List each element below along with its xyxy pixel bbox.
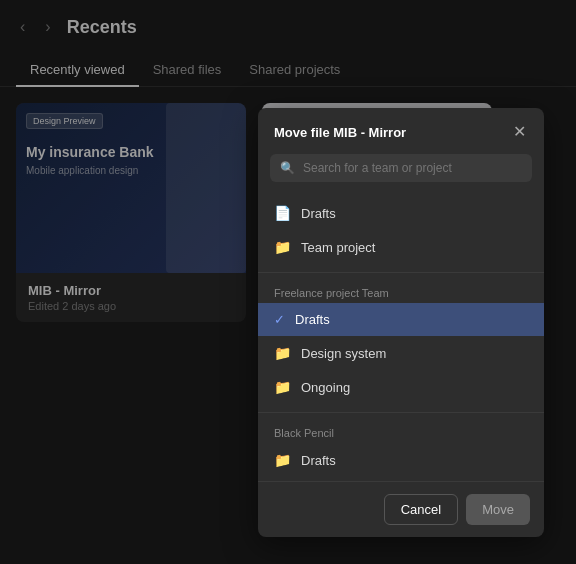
modal-item-label: Team project: [301, 240, 375, 255]
modal-item-team-project[interactable]: 📁 Team project: [258, 230, 544, 264]
modal-header: Move file MIB - Mirror ✕: [258, 108, 544, 154]
cancel-button[interactable]: Cancel: [384, 494, 458, 525]
search-icon: 🔍: [280, 161, 295, 175]
modal-divider-2: [258, 412, 544, 413]
modal-close-button[interactable]: ✕: [511, 122, 528, 142]
modal-section-freelance: Freelance project Team ✓ Drafts 📁 Design…: [258, 277, 544, 408]
modal-search-bar[interactable]: 🔍: [270, 154, 532, 182]
modal-top-section: 📄 Drafts 📁 Team project: [258, 192, 544, 268]
section-label-black-pencil: Black Pencil: [258, 421, 544, 443]
modal-item-label: Design system: [301, 346, 386, 361]
move-file-modal: Move file MIB - Mirror ✕ 🔍 📄 Drafts 📁 Te…: [258, 108, 544, 537]
search-input[interactable]: [303, 161, 522, 175]
modal-title: Move file MIB - Mirror: [274, 125, 406, 140]
modal-item-ongoing[interactable]: 📁 Ongoing: [258, 370, 544, 404]
modal-item-label: Drafts: [301, 206, 336, 221]
modal-item-design-system[interactable]: 📁 Design system: [258, 336, 544, 370]
modal-item-drafts-black[interactable]: 📁 Drafts: [258, 443, 544, 477]
section-label-freelance: Freelance project Team: [258, 281, 544, 303]
modal-item-drafts-freelance[interactable]: ✓ Drafts: [258, 303, 544, 336]
modal-item-drafts-top[interactable]: 📄 Drafts: [258, 196, 544, 230]
folder-icon: 📁: [274, 379, 291, 395]
modal-item-label: Drafts: [301, 453, 336, 468]
check-icon: ✓: [274, 312, 285, 327]
modal-section-black-pencil: Black Pencil 📁 Drafts: [258, 417, 544, 481]
move-button[interactable]: Move: [466, 494, 530, 525]
folder-icon: 📁: [274, 239, 291, 255]
modal-divider-1: [258, 272, 544, 273]
file-icon: 📄: [274, 205, 291, 221]
modal-item-label: Ongoing: [301, 380, 350, 395]
folder-icon: 📁: [274, 452, 291, 468]
folder-icon: 📁: [274, 345, 291, 361]
modal-footer: Cancel Move: [258, 481, 544, 537]
modal-item-label: Drafts: [295, 312, 330, 327]
